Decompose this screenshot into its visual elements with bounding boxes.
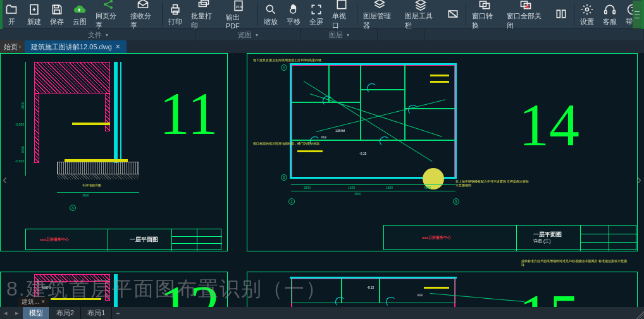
group-layer[interactable]: 图层▾ bbox=[300, 29, 378, 40]
btn-label: 图层管理器 bbox=[363, 11, 395, 30]
pdf-icon: PDF bbox=[232, 0, 245, 12]
svg-point-13 bbox=[266, 5, 273, 11]
window-switch-button[interactable]: 窗口转换 bbox=[468, 0, 502, 28]
export-pdf-button[interactable]: PDF 输出PDF bbox=[221, 0, 256, 28]
note-text: 非上墙不锈钢楼板配方不可不设置缝 支撑架依次安装示意图细部 bbox=[455, 179, 531, 187]
btn-label: 图层工具栏 bbox=[405, 11, 437, 30]
svg-point-22 bbox=[586, 8, 589, 11]
ribbon-edge-left bbox=[0, 0, 3, 29]
cloud-upload-icon bbox=[73, 3, 87, 16]
start-page-tab[interactable]: 始页› bbox=[0, 40, 25, 53]
new-button[interactable]: 新建 bbox=[23, 0, 46, 28]
close-all-windows-button[interactable]: 窗口全部关闭 bbox=[502, 0, 550, 28]
resize-handle[interactable] bbox=[636, 311, 644, 319]
compare-button[interactable] bbox=[550, 0, 573, 28]
ribbon-toolbar: 开 新建 保存 云图 网页分享 接收分享 打印 批量打印 PDF 输出PDF 缩… bbox=[0, 0, 644, 29]
pan-hand-icon bbox=[287, 3, 300, 16]
btn-label: 窗口转换 bbox=[472, 11, 498, 30]
layer-off-icon bbox=[446, 7, 460, 21]
svg-rect-24 bbox=[613, 10, 615, 13]
layout-tab-2[interactable]: 布局2 bbox=[50, 307, 81, 319]
tab-scroll-right[interactable]: ▸ bbox=[11, 309, 23, 317]
sheet-number: 15 bbox=[519, 280, 579, 307]
close-all-icon bbox=[519, 0, 533, 11]
note-text: 按口标高的指示应对地面标高，楼门为屋外标高 bbox=[253, 141, 319, 145]
btn-label: 窗口全部关闭 bbox=[507, 11, 545, 30]
customer-service-button[interactable]: 客服 bbox=[598, 0, 621, 28]
btn-label: 接收分享 bbox=[130, 11, 156, 30]
watermark-text: 8.建筑首层平面图布置识别（一） bbox=[6, 275, 327, 303]
btn-label: 设置 bbox=[580, 17, 594, 27]
pan-button[interactable]: 平移 bbox=[282, 0, 305, 28]
chevron-right-icon: › bbox=[19, 44, 21, 50]
floor-plan-14: 3200 1200 1800 4500 3900 1354M i/12 -0.1… bbox=[253, 56, 506, 220]
layout-tab-model[interactable]: 模型 bbox=[23, 307, 50, 319]
btn-label: 输出PDF bbox=[226, 13, 252, 30]
close-icon[interactable]: × bbox=[41, 298, 45, 305]
layout-tab-bar: ◂ ▸ 模型 布局2 布局1 + bbox=[0, 307, 644, 319]
svg-rect-14 bbox=[337, 0, 345, 8]
doc-filename: 建筑施工图讲解12.05.dwg bbox=[31, 42, 112, 52]
single-viewport-button[interactable]: 单视口 bbox=[328, 0, 356, 28]
section-detail-11: 2600 1050 3600 A 车库地面详图 -0.050 -0.500 bbox=[19, 59, 152, 224]
note-text: 挂线标准方法平面采用细线对准见J1标准做法详图属及 标准做法安装示意图详 bbox=[521, 259, 629, 267]
btn-label: 新建 bbox=[27, 17, 41, 27]
webshare-button[interactable]: 网页分享 bbox=[91, 0, 126, 28]
group-window[interactable] bbox=[378, 29, 425, 40]
btn-label: 保存 bbox=[50, 17, 64, 27]
save-icon bbox=[50, 3, 64, 16]
btn-label: 打印 bbox=[168, 17, 182, 27]
svg-rect-20 bbox=[557, 10, 560, 18]
fullscreen-button[interactable]: 全屏 bbox=[305, 0, 328, 28]
layout-tab-1[interactable]: 布局1 bbox=[81, 307, 112, 319]
settings-button[interactable]: 设置 bbox=[576, 0, 598, 28]
print-button[interactable]: 打印 bbox=[164, 0, 187, 28]
windows-icon bbox=[478, 0, 492, 11]
btn-label: 网页分享 bbox=[96, 11, 121, 30]
btn-label: 全屏 bbox=[309, 17, 323, 27]
btn-label: 开 bbox=[8, 17, 15, 27]
btn-label: 客服 bbox=[603, 17, 617, 27]
viewport-icon bbox=[335, 0, 349, 11]
open-file-badge[interactable]: 建筑... × bbox=[18, 297, 49, 307]
compare-icon bbox=[554, 7, 568, 21]
layer-list-icon bbox=[414, 0, 428, 11]
drawing-canvas[interactable]: ‹ › 11 14 12 15 2600 1050 3600 A 车库地面详图 … bbox=[0, 53, 644, 307]
sheet-number: 11 bbox=[159, 78, 218, 148]
headset-icon bbox=[603, 3, 617, 16]
tab-scroll-left[interactable]: ◂ bbox=[0, 309, 11, 317]
gear-icon bbox=[580, 3, 594, 16]
btn-label: 云图 bbox=[73, 17, 87, 27]
group-misc bbox=[425, 29, 644, 40]
btn-label: 批量打印 bbox=[191, 11, 217, 30]
chevron-down-icon: ▾ bbox=[256, 32, 258, 38]
ribbon-edge-right bbox=[641, 0, 644, 29]
save-button[interactable]: 保存 bbox=[46, 0, 68, 28]
btn-label: 缩放 bbox=[264, 17, 278, 27]
batch-print-button[interactable]: 批量打印 bbox=[187, 0, 221, 28]
document-tab-bar: 始页› 建筑施工图讲解12.05.dwg × bbox=[0, 40, 644, 53]
open-button[interactable]: 开 bbox=[0, 0, 23, 28]
title-block: xxx卫浴服务中心 一层平面图 详图 (三) bbox=[383, 225, 636, 250]
svg-rect-1 bbox=[54, 5, 59, 8]
share-icon bbox=[101, 0, 115, 11]
svg-rect-21 bbox=[562, 10, 566, 18]
close-icon[interactable]: × bbox=[116, 42, 120, 51]
layers-icon bbox=[373, 0, 387, 11]
group-view[interactable]: 览图▾ bbox=[196, 29, 300, 40]
add-layout-button[interactable]: + bbox=[112, 310, 123, 317]
cloud-button[interactable]: 云图 bbox=[68, 0, 91, 28]
zoom-button[interactable]: 缩放 bbox=[259, 0, 282, 28]
file-new-icon bbox=[27, 3, 41, 16]
layer-toolbar-button[interactable]: 图层工具栏 bbox=[400, 0, 442, 28]
ribbon-groups: 文件▾ 览图▾ 图层▾ bbox=[0, 29, 644, 40]
receive-share-button[interactable]: 接收分享 bbox=[126, 0, 161, 28]
ribbon-overflow-button[interactable] bbox=[633, 1, 641, 28]
layer-manager-button[interactable]: 图层管理器 bbox=[359, 0, 400, 28]
layer-off-button[interactable] bbox=[442, 0, 464, 28]
svg-rect-2 bbox=[54, 9, 59, 13]
svg-rect-23 bbox=[605, 10, 607, 13]
document-tab[interactable]: 建筑施工图讲解12.05.dwg × bbox=[25, 40, 127, 53]
group-file[interactable]: 文件▾ bbox=[0, 29, 196, 40]
sheet-number: 14 bbox=[519, 90, 579, 160]
